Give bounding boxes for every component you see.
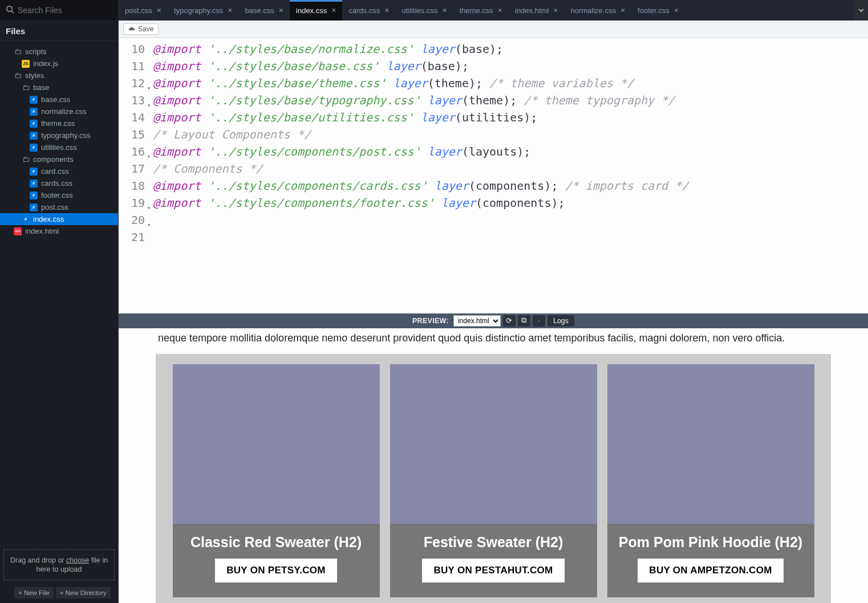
- tab[interactable]: index.css×: [290, 0, 342, 21]
- folder-item[interactable]: 🗀base: [0, 82, 118, 93]
- css-file-icon: #: [30, 132, 38, 140]
- file-item[interactable]: <>index.html: [0, 225, 118, 237]
- close-icon[interactable]: ×: [157, 6, 161, 15]
- card-image: [390, 364, 597, 524]
- fold-arrow-icon[interactable]: ▾: [147, 148, 151, 165]
- tab[interactable]: footer.css×: [631, 0, 685, 21]
- close-icon[interactable]: ×: [674, 6, 679, 15]
- tab[interactable]: index.html×: [509, 0, 564, 21]
- fold-arrow-icon[interactable]: ▾: [147, 97, 151, 114]
- choose-file-link[interactable]: choose: [66, 556, 89, 564]
- tab[interactable]: post.css×: [119, 0, 168, 21]
- close-icon[interactable]: ×: [553, 6, 558, 15]
- folder-icon: 🗀: [14, 48, 22, 56]
- tree-item-label: normalize.css: [41, 107, 86, 116]
- save-button[interactable]: Save: [123, 23, 159, 35]
- preview-file-select[interactable]: index.html: [453, 315, 501, 327]
- file-item[interactable]: #base.css: [0, 93, 118, 105]
- tab[interactable]: base.css×: [239, 0, 290, 21]
- line-number: 20▾: [119, 211, 145, 229]
- folder-item[interactable]: 🗀styles: [0, 70, 118, 82]
- preview-paragraph-1: neque tempore mollitia doloremque nemo d…: [156, 328, 831, 354]
- new-file-button[interactable]: + New File: [14, 587, 54, 598]
- line-number: 13▾: [119, 92, 145, 109]
- tab[interactable]: utilities.css×: [396, 0, 453, 21]
- folder-icon: 🗀: [22, 84, 30, 92]
- tree-item-label: scripts: [25, 47, 47, 56]
- code-line: @import '../styles/base/theme.css' layer…: [153, 75, 688, 92]
- save-label: Save: [138, 25, 153, 33]
- tab-label: theme.css: [460, 6, 493, 15]
- file-item[interactable]: #post.css: [0, 201, 118, 213]
- tab-label: utilities.css: [402, 6, 438, 15]
- file-item[interactable]: #normalize.css: [0, 105, 118, 117]
- cards-container: Classic Red Sweater (H2)BUY ON PETSY.COM…: [156, 354, 831, 604]
- search-icon: [6, 5, 18, 16]
- file-item[interactable]: #theme.css: [0, 117, 118, 129]
- tree-item-label: index.css: [33, 215, 64, 223]
- gutter: 101112▾13▾141516▾171819▾20▾21: [119, 38, 148, 313]
- file-item[interactable]: #utilities.css: [0, 141, 118, 153]
- product-card: Pom Pom Pink Hoodie (H2)BUY ON AMPETZON.…: [607, 364, 814, 597]
- line-number: 10: [119, 40, 145, 58]
- tree-item-label: styles: [25, 71, 44, 80]
- code-line: @import '../styles/components/cards.css'…: [153, 177, 688, 194]
- line-number: 21: [119, 229, 145, 246]
- css-file-icon: #: [30, 120, 38, 128]
- line-number: 17: [119, 160, 145, 177]
- tab[interactable]: cards.css×: [342, 0, 395, 21]
- close-icon[interactable]: ×: [498, 6, 502, 15]
- dropzone-text-pre: Drag and drop or: [10, 556, 66, 564]
- close-icon[interactable]: ×: [331, 6, 336, 15]
- close-icon[interactable]: ×: [620, 6, 625, 15]
- file-item[interactable]: JSindex.js: [0, 58, 118, 70]
- card-title: Pom Pom Pink Hoodie (H2): [607, 524, 814, 559]
- fold-arrow-icon[interactable]: ▾: [147, 80, 151, 97]
- refresh-icon[interactable]: ⟳: [503, 315, 516, 327]
- line-number: 12▾: [119, 75, 145, 92]
- tab-label: base.css: [245, 6, 274, 15]
- preview-label: PREVIEW:: [412, 317, 449, 325]
- folder-icon: 🗀: [14, 72, 22, 80]
- code-editor[interactable]: 101112▾13▾141516▾171819▾20▾21 @import '.…: [119, 38, 868, 313]
- buy-button[interactable]: BUY ON PETSY.COM: [215, 559, 337, 582]
- folder-item[interactable]: 🗀components: [0, 153, 118, 165]
- fold-arrow-icon[interactable]: ▾: [147, 217, 151, 234]
- buy-button[interactable]: BUY ON PESTAHUT.COM: [422, 559, 564, 582]
- folder-item[interactable]: 🗀scripts: [0, 46, 118, 58]
- code-line: @import '../styles/base/base.css' layer(…: [153, 58, 688, 75]
- main: post.css×typography.css×base.css×index.c…: [119, 0, 868, 603]
- file-item[interactable]: #footer.css: [0, 189, 118, 201]
- card-title: Classic Red Sweater (H2): [173, 524, 380, 559]
- drop-zone[interactable]: Drag and drop or choose file in here to …: [3, 549, 115, 581]
- tree-item-label: index.js: [33, 59, 58, 68]
- file-item[interactable]: #card.css: [0, 165, 118, 177]
- fold-arrow-icon[interactable]: ▾: [147, 199, 151, 217]
- code-area[interactable]: @import '../styles/base/normalize.css' l…: [148, 38, 693, 313]
- preview-pane[interactable]: neque tempore mollitia doloremque nemo d…: [119, 328, 868, 604]
- logs-button[interactable]: Logs: [547, 315, 574, 327]
- tab[interactable]: normalize.css×: [564, 0, 631, 21]
- close-icon[interactable]: ×: [384, 6, 389, 15]
- file-item[interactable]: #typography.css: [0, 129, 118, 141]
- js-file-icon: JS: [22, 60, 30, 68]
- css-file-icon: #: [30, 180, 38, 188]
- file-item[interactable]: #cards.css: [0, 177, 118, 189]
- file-item[interactable]: #index.css: [0, 213, 118, 225]
- close-icon[interactable]: ×: [442, 6, 447, 15]
- tree-item-label: cards.css: [41, 179, 72, 188]
- tab[interactable]: theme.css×: [453, 0, 509, 21]
- search-input[interactable]: [18, 6, 112, 15]
- css-file-icon: #: [30, 192, 38, 199]
- line-number: 18: [119, 177, 145, 194]
- tabs-overflow-icon[interactable]: [854, 0, 868, 21]
- buy-button[interactable]: BUY ON AMPETZON.COM: [638, 559, 783, 582]
- close-icon[interactable]: ×: [279, 6, 283, 15]
- open-external-icon[interactable]: ⧉: [518, 315, 530, 327]
- tab[interactable]: typography.css×: [168, 0, 239, 21]
- svg-point-0: [7, 6, 12, 11]
- new-directory-button[interactable]: + New Directory: [56, 587, 111, 598]
- close-icon[interactable]: ×: [228, 6, 232, 15]
- tree-item-label: post.css: [41, 203, 68, 211]
- code-line: @import '../styles/components/footer.css…: [153, 194, 688, 211]
